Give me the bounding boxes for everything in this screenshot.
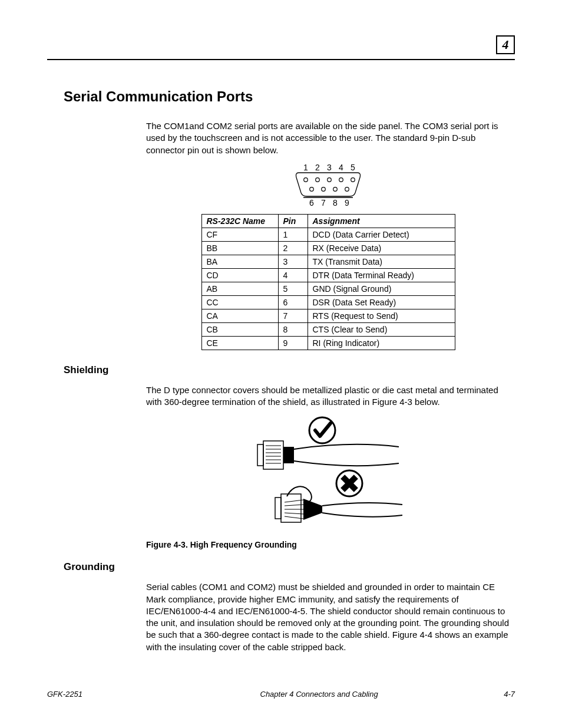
page-footer: GFK-2251 Chapter 4 Connectors and Cablin… (47, 690, 515, 699)
cell-assign: GND (Signal Ground) (308, 282, 455, 295)
page-marker-box: 4 (496, 35, 515, 54)
cell-assign: DCD (Data Carrier Detect) (308, 228, 455, 241)
cell-assign: RX (Receive Data) (308, 241, 455, 255)
svg-point-5 (351, 177, 355, 182)
svg-point-2 (316, 177, 320, 182)
cell-pin: 1 (278, 228, 308, 241)
cell-pin: 3 (278, 255, 308, 268)
cell-pin: 7 (278, 309, 308, 322)
pin-label-8: 8 (333, 198, 338, 207)
cell-name: CD (201, 268, 278, 282)
table-header-row: RS-232C Name Pin Assignment (201, 214, 455, 228)
table-row: CD4DTR (Data Terminal Ready) (201, 268, 455, 282)
top-rule (47, 59, 515, 60)
cell-name: BA (201, 255, 278, 268)
svg-rect-12 (263, 441, 283, 469)
grounding-figure (252, 414, 405, 532)
svg-rect-11 (257, 444, 263, 466)
cell-name: CC (201, 295, 278, 309)
cell-pin: 5 (278, 282, 308, 295)
pin-label-2: 2 (315, 163, 320, 172)
table-row: CE9RI (Ring Indicator) (201, 336, 455, 350)
cell-name: BB (201, 241, 278, 255)
figure-caption: Figure 4-3. High Frequency Grounding (146, 540, 510, 549)
pin-label-4: 4 (339, 163, 343, 172)
th-assign: Assignment (308, 214, 455, 228)
pin-label-5: 5 (351, 163, 355, 172)
th-name: RS-232C Name (201, 214, 278, 228)
cell-name: CE (201, 336, 278, 350)
pin-label-7: 7 (321, 198, 326, 207)
cell-assign: RTS (Request to Send) (308, 309, 455, 322)
svg-rect-21 (275, 498, 281, 519)
svg-point-6 (310, 187, 314, 191)
cell-name: CB (201, 322, 278, 336)
cell-name: CF (201, 228, 278, 241)
pin-assignment-table: RS-232C Name Pin Assignment CF1DCD (Data… (201, 214, 455, 350)
footer-page: 4-7 (504, 690, 515, 699)
table-row: CA7RTS (Request to Send) (201, 309, 455, 322)
section-title: Serial Communication Ports (64, 88, 515, 105)
svg-point-7 (322, 187, 326, 191)
cell-pin: 2 (278, 241, 308, 255)
grounding-body: Serial cables (COM1 and COM2) must be sh… (146, 581, 510, 653)
svg-point-1 (304, 177, 308, 182)
svg-rect-19 (283, 447, 294, 463)
cell-pin: 4 (278, 268, 308, 282)
cell-pin: 9 (278, 336, 308, 350)
section-body: The COM1and COM2 serial ports are availa… (146, 120, 510, 350)
table-row: CF1DCD (Data Carrier Detect) (201, 228, 455, 241)
cell-assign: CTS (Clear to Send) (308, 322, 455, 336)
pin-table-body: CF1DCD (Data Carrier Detect)BB2RX (Recei… (201, 228, 455, 350)
table-row: BA3TX (Transmit Data) (201, 255, 455, 268)
pin-label-3: 3 (327, 163, 332, 172)
svg-point-8 (333, 187, 338, 191)
cell-assign: DSR (Data Set Ready) (308, 295, 455, 309)
svg-point-9 (345, 187, 349, 191)
footer-doc: GFK-2251 (47, 690, 82, 699)
cell-assign: RI (Ring Indicator) (308, 336, 455, 350)
grounding-para: Serial cables (COM1 and COM2) must be sh… (146, 581, 510, 653)
cell-name: CA (201, 309, 278, 322)
th-pin: Pin (278, 214, 308, 228)
cell-name: AB (201, 282, 278, 295)
cell-assign: TX (Transmit Data) (308, 255, 455, 268)
grounding-heading: Grounding (64, 561, 515, 573)
svg-line-27 (285, 516, 303, 519)
svg-line-23 (285, 500, 303, 502)
pin-label-1: 1 (303, 163, 308, 172)
shielding-heading: Shielding (64, 364, 515, 376)
svg-point-3 (328, 177, 332, 182)
shielding-body: The D type connector covers should be me… (146, 384, 510, 550)
pin-label-9: 9 (345, 198, 349, 207)
svg-point-20 (309, 417, 335, 443)
table-row: CC6DSR (Data Set Ready) (201, 295, 455, 309)
cell-assign: DTR (Data Terminal Ready) (308, 268, 455, 282)
cell-pin: 6 (278, 295, 308, 309)
dsub-connector-diagram: 1 2 3 4 5 6 7 8 9 (293, 162, 363, 208)
svg-line-24 (285, 505, 303, 506)
footer-chapter: Chapter 4 Connectors and Cabling (260, 690, 378, 699)
intro-paragraph: The COM1and COM2 serial ports are availa… (146, 120, 510, 156)
svg-point-4 (339, 177, 343, 182)
table-row: CB8CTS (Clear to Send) (201, 322, 455, 336)
page-marker: 4 (503, 37, 509, 52)
svg-line-26 (285, 513, 303, 514)
table-row: AB5GND (Signal Ground) (201, 282, 455, 295)
table-row: BB2RX (Receive Data) (201, 241, 455, 255)
pin-label-6: 6 (309, 198, 314, 207)
shielding-para: The D type connector covers should be me… (146, 384, 510, 409)
cell-pin: 8 (278, 322, 308, 336)
